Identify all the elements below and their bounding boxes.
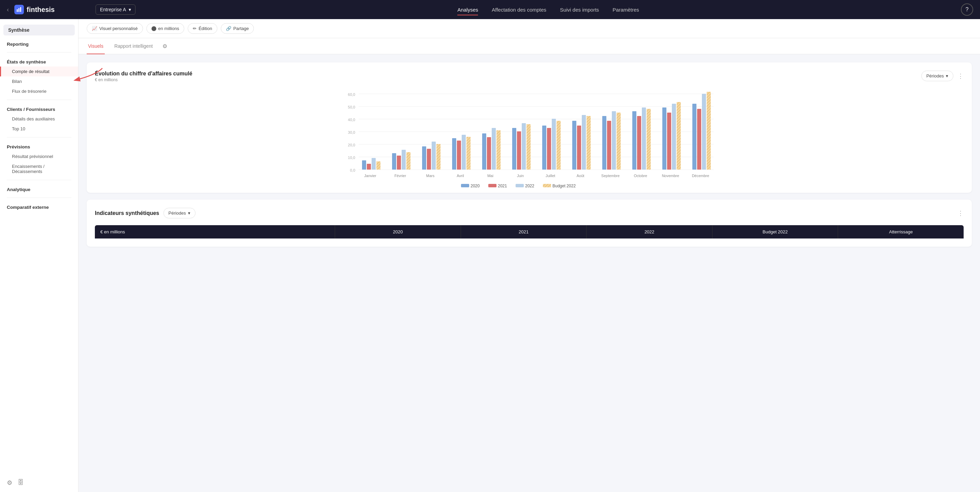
svg-rect-59 [672, 104, 676, 170]
svg-rect-28 [436, 144, 441, 170]
svg-text:Novembre: Novembre [662, 174, 679, 178]
chart-menu-button[interactable]: ⋮ [958, 72, 964, 80]
edition-button[interactable]: ✏ Édition [188, 23, 217, 34]
sidebar-reporting[interactable]: Reporting [0, 38, 78, 49]
sidebar-item-top10[interactable]: Top 10 [0, 124, 78, 134]
logo-icon [14, 5, 24, 14]
svg-rect-43 [552, 119, 556, 170]
svg-rect-53 [632, 111, 636, 170]
visuel-label: Visuel personnalisé [99, 26, 138, 31]
nav-item-suivi[interactable]: Suivi des imports [560, 5, 599, 14]
sidebar-item-compte-resultat[interactable]: Compte de résultat [0, 67, 78, 76]
svg-rect-24 [406, 152, 410, 170]
toolbar: 📈 Visuel personnalisé en millions ✏ Édit… [78, 19, 980, 38]
svg-text:2022: 2022 [525, 183, 535, 188]
tab-settings-icon[interactable]: ⚙ [162, 43, 167, 49]
svg-rect-33 [482, 134, 486, 170]
back-button[interactable]: ‹ [7, 6, 9, 13]
svg-rect-46 [577, 126, 581, 170]
svg-text:Avril: Avril [457, 174, 464, 178]
divider-analytique [7, 197, 71, 198]
indicators-card: Indicateurs synthétiques Périodes ▾ ⋮ € … [87, 200, 972, 247]
en-millions-button[interactable]: en millions [146, 23, 184, 34]
svg-rect-1 [18, 8, 19, 12]
sidebar-item-flux[interactable]: Flux de trésorerie [0, 86, 78, 96]
svg-rect-54 [637, 116, 641, 170]
divider-clients [7, 137, 71, 137]
bar-chart-container: 60,0 50,0 40,0 30,0 20,0 10,0 0,0 [95, 89, 964, 185]
svg-rect-64 [707, 92, 711, 170]
sidebar-item-bilan[interactable]: Bilan [0, 76, 78, 86]
svg-rect-17 [362, 160, 366, 170]
sidebar-clients: Clients / Fournisseurs [0, 103, 78, 114]
navbar-left: ‹ finthesis [7, 5, 89, 14]
svg-rect-41 [542, 126, 546, 170]
chart-subtitle: € en millions [95, 78, 192, 82]
sidebar-db-icon[interactable]: 🗄 [18, 479, 24, 487]
svg-rect-45 [572, 121, 576, 170]
tab-visuels[interactable]: Visuels [87, 38, 105, 54]
sidebar-item-encaissements[interactable]: Encaissements / Décaissements [0, 161, 78, 177]
millions-icon [151, 26, 156, 31]
svg-rect-31 [462, 135, 466, 170]
svg-text:20,0: 20,0 [348, 143, 355, 147]
tabs-bar: Visuels Rapport intelligent ⚙ [78, 38, 980, 54]
partage-button[interactable]: 🔗 Partage [221, 23, 254, 34]
chart-periods-button[interactable]: Périodes ▾ [921, 71, 953, 81]
svg-text:Juin: Juin [517, 174, 524, 178]
indicators-menu-button[interactable]: ⋮ [958, 210, 964, 217]
indicators-periods-button[interactable]: Périodes ▾ [164, 208, 196, 218]
svg-text:50,0: 50,0 [348, 105, 355, 109]
svg-rect-83 [515, 184, 524, 187]
svg-rect-56 [647, 109, 651, 170]
chart-title: Évolution du chiffre d'affaires cumulé [95, 71, 192, 77]
svg-rect-50 [607, 121, 611, 170]
svg-rect-61 [692, 104, 697, 170]
tab-rapport-intelligent[interactable]: Rapport intelligent [113, 38, 154, 54]
svg-rect-22 [397, 156, 401, 170]
sidebar-synthese[interactable]: Synthèse [3, 25, 75, 35]
help-button[interactable]: ? [961, 3, 973, 16]
svg-rect-47 [582, 115, 586, 170]
svg-text:10,0: 10,0 [348, 156, 355, 160]
bar-chart-svg: 60,0 50,0 40,0 30,0 20,0 10,0 0,0 [95, 89, 964, 191]
svg-rect-51 [612, 111, 616, 170]
nav-item-affectation[interactable]: Affectation des comptes [492, 5, 546, 14]
svg-rect-38 [517, 131, 521, 170]
svg-text:Janvier: Janvier [364, 174, 376, 178]
svg-rect-44 [557, 121, 561, 170]
company-name: Entreprise A [100, 7, 126, 12]
chart-header-right: Périodes ▾ ⋮ [921, 71, 964, 81]
svg-rect-29 [452, 138, 456, 170]
navbar: ‹ finthesis Entreprise A ▾ Analyses Affe… [0, 0, 980, 19]
chart-title-area: Évolution du chiffre d'affaires cumulé €… [95, 71, 192, 82]
nav-item-analyses[interactable]: Analyses [457, 5, 478, 14]
sidebar-settings-icon[interactable]: ⚙ [7, 479, 12, 487]
svg-rect-40 [527, 124, 531, 170]
logo: finthesis [14, 5, 55, 14]
edit-icon: ✏ [193, 26, 197, 31]
svg-rect-62 [697, 109, 701, 170]
indicators-table-header: € en millions 2020 2021 2022 Budget 2022… [95, 225, 964, 239]
periods-chevron: ▾ [946, 73, 948, 78]
sidebar-item-details-auxiliaires[interactable]: Détails des auxiliaires [0, 114, 78, 124]
svg-text:Septembre: Septembre [601, 174, 620, 178]
svg-rect-0 [17, 9, 18, 12]
sidebar-comparatif[interactable]: Comparatif externe [0, 201, 78, 212]
millions-label: en millions [158, 26, 179, 31]
svg-rect-52 [617, 113, 621, 170]
nav-item-parametres[interactable]: Paramètres [612, 5, 639, 14]
sidebar-analytique[interactable]: Analytique [0, 183, 78, 194]
sidebar-item-resultat-previsionnel[interactable]: Résultat prévisionnel [0, 151, 78, 161]
share-icon: 🔗 [226, 26, 231, 31]
svg-rect-20 [376, 161, 380, 170]
divider-etats [7, 100, 71, 100]
svg-rect-18 [367, 164, 371, 170]
divider-reporting [7, 52, 71, 53]
svg-rect-39 [522, 123, 526, 170]
company-selector[interactable]: Entreprise A ▾ [95, 5, 135, 15]
content-area: Évolution du chiffre d'affaires cumulé €… [78, 54, 980, 255]
main-content: 📈 Visuel personnalisé en millions ✏ Édit… [78, 19, 980, 492]
visuel-personnalise-button[interactable]: 📈 Visuel personnalisé [87, 23, 143, 34]
svg-rect-26 [427, 149, 431, 170]
